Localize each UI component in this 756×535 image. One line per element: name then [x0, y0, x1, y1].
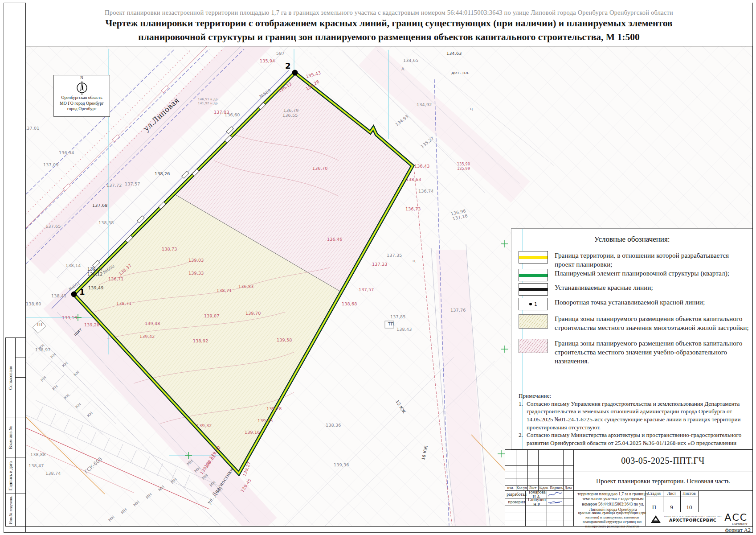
legend-title: Условные обозначения: [511, 235, 752, 244]
row-developer-name: Томарова Н.А. [525, 490, 548, 498]
legend-swatch-black-line [519, 283, 548, 296]
legend-item-label: Устанавливаемые красные линии; [555, 283, 750, 292]
legend-item: Планируемый элемент планировочной структ… [519, 269, 750, 281]
row-checker-role: проверил [505, 498, 527, 506]
document-title: Проект планировки территории. Основная ч… [573, 472, 752, 490]
header-title-line1: Чертеж планировки территории с отображен… [26, 16, 752, 30]
sheet-label: Лист [663, 490, 680, 497]
sheets-label: Листов [680, 490, 698, 497]
legend-item-label: Поворотная точка устанавливаемой красной… [555, 298, 750, 307]
row-checker-name: Гайнулин Н.Р. [525, 498, 548, 506]
location-municipality: МО ГО город Оренбург [60, 101, 104, 107]
document-number: 003-05-2025-ППТ.ГЧ [573, 450, 752, 472]
stamp-label: Взам.инв.№ [8, 426, 13, 449]
turning-point-1 [71, 292, 77, 297]
organization-cell: ОБЩЕСТВО С ОГРАНИЧЕННОЙ ОТВЕТСТВЕННОСТЬЮ… [646, 512, 752, 526]
stamp-box-podpis: Подпись и дата [5, 457, 26, 494]
col-koluch: Кол.уч [516, 485, 527, 490]
project-description: Проект планировки незастроенной территор… [573, 490, 653, 514]
legend-item: Устанавливаемые красные линии; [519, 283, 750, 296]
stamp-box-soglasovano: Согласовано [5, 337, 26, 418]
notes-title: Примечание: [519, 392, 744, 400]
col-data: Дата [563, 485, 573, 490]
col-ndok: №док. [538, 485, 550, 490]
signature-icon [548, 499, 563, 505]
org-logo-icon [650, 515, 661, 523]
col-izm: изм. [505, 485, 516, 490]
location-region: Оренбургская область [61, 95, 102, 101]
stamp-box-vzam: Взам.инв.№ [5, 417, 26, 458]
legend-swatch-green-line [519, 269, 548, 281]
legend-item-label: Граница территории, в отношении которой … [555, 251, 750, 269]
legend-item: Граница зоны планируемого размещения объ… [519, 314, 750, 332]
legend-swatch-yellow-line [519, 251, 548, 263]
title-block: изм. Кол.уч Лист №док. Подпись Дата разр… [505, 449, 753, 527]
legend-panel: Условные обозначения: Граница территории… [511, 228, 753, 449]
drawing-sheet: 135,94587135,43136,12136,79136,55136,601… [0, 0, 756, 535]
legend-item: Граница территории, в отношении которой … [519, 251, 750, 269]
stamp-box-inv: Инв.№ подлинн. [5, 494, 26, 527]
legend-swatch-pink-hatch [519, 339, 548, 353]
point-1-label: 1 [79, 287, 85, 296]
header-subtitle: Проект планировки незастроенной территор… [26, 9, 752, 16]
note-line: 1.Согласно письму Управления градостроит… [519, 400, 744, 432]
org-name: АРХСТРОЙСЕРВИС [664, 518, 721, 523]
legend-item: 1Поворотная точка устанавливаемой красно… [519, 298, 750, 310]
stamp-label: Подпись и дата [8, 461, 13, 490]
location-city: город Оренбург [67, 106, 97, 112]
sheet-description: Чертеж планировки территории с отображен… [573, 512, 651, 528]
stamp-label: Согласовано [8, 366, 13, 390]
header-title-line2: планировочной структуры и границ зон пла… [26, 30, 752, 44]
format-label: формат А2 [702, 527, 751, 534]
legend-item: Граница зоны планируемого размещения объ… [519, 339, 750, 366]
turning-point-2 [292, 70, 298, 76]
org-abbr: АСС [724, 513, 748, 523]
stamp-label: Инв.№ подлинн. [8, 496, 13, 524]
signature-icon [548, 491, 563, 498]
sheet-header: Проект планировки незастроенной территор… [26, 3, 752, 44]
row-developer-role: разработал [505, 490, 527, 498]
legend-swatch-beige-hatch [519, 314, 548, 329]
legend-swatch-point: 1 [519, 298, 548, 310]
col-list: Лист [527, 485, 538, 490]
legend-item-label: Граница зоны планируемого размещения объ… [555, 314, 750, 332]
col-podpis: Подпись [550, 485, 563, 490]
stage-label: Стадия [646, 490, 663, 497]
left-rule [25, 3, 26, 532]
north-box: N Оренбургская область МО ГО город Оренб… [53, 75, 110, 117]
legend-item-label: Граница зоны планируемого размещения объ… [555, 339, 750, 366]
point-2-label: 2 [285, 61, 291, 70]
legend-item-label: Планируемый элемент планировочной структ… [555, 269, 750, 278]
compass-icon [74, 80, 90, 95]
north-n-label: N [80, 76, 83, 80]
